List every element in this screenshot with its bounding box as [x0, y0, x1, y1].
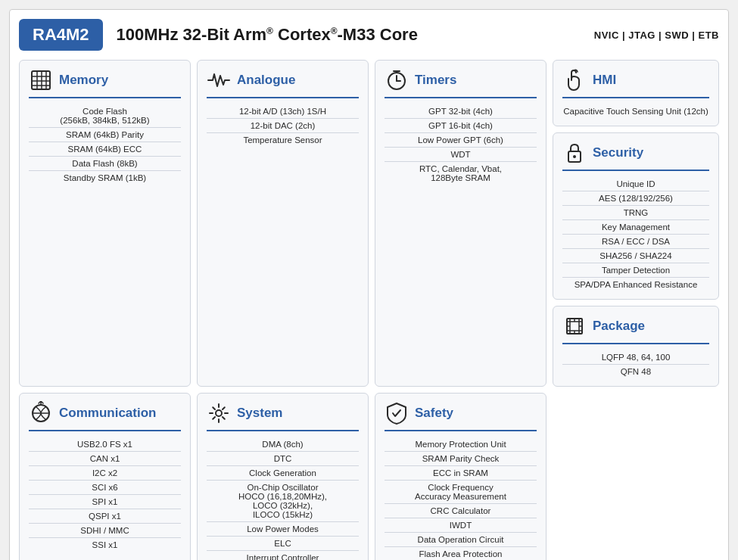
svg-rect-15 [570, 322, 579, 331]
list-item: WDT [385, 148, 537, 162]
list-item: RSA / ECC / DSA [562, 235, 709, 249]
hmi-icon [562, 68, 587, 92]
card-safety-items: Memory Protection Unit SRAM Parity Check… [385, 437, 537, 560]
safety-icon [385, 401, 409, 425]
list-item: DTC [207, 452, 359, 466]
list-item: On-Chip OscillatorHOCO (16,18,20MHz),LOC… [207, 481, 359, 522]
list-item: 12-bit DAC (2ch) [207, 119, 359, 133]
list-item: GPT 32-bit (4ch) [385, 104, 537, 119]
list-item: Tamper Detection [562, 263, 709, 278]
list-item: IWDT [385, 518, 537, 533]
card-timers: Timers GPT 32-bit (4ch) GPT 16-bit (4ch)… [375, 60, 546, 387]
card-hmi: HMI Capacitive Touch Sensing Unit (12ch) [553, 60, 719, 126]
list-item: Capacitive Touch Sensing Unit (12ch) [562, 104, 709, 118]
list-item: Interrupt Controller [207, 551, 359, 560]
list-item: Low Power GPT (6ch) [385, 133, 537, 148]
card-package-title: Package [593, 319, 645, 334]
list-item: DMA (8ch) [207, 437, 359, 452]
memory-icon [29, 68, 53, 92]
card-analogue-header: Analogue [207, 68, 359, 92]
card-safety: Safety Memory Protection Unit SRAM Parit… [375, 393, 546, 560]
card-memory-items: Code Flash(256kB, 384kB, 512kB) SRAM (64… [29, 104, 181, 185]
card-analogue-title: Analogue [237, 73, 295, 88]
card-hmi-header: HMI [562, 68, 709, 92]
list-item: Data Flash (8kB) [29, 157, 181, 171]
timers-icon [385, 68, 409, 92]
card-security-title: Security [593, 145, 643, 160]
list-item: SDHI / MMC [29, 524, 181, 538]
list-item: SCI x6 [29, 481, 181, 495]
analogue-icon [207, 68, 231, 92]
list-item: Data Operation Circuit [385, 533, 537, 547]
list-item: GPT 16-bit (4ch) [385, 119, 537, 133]
system-icon [207, 401, 231, 425]
main-grid: Memory Code Flash(256kB, 384kB, 512kB) S… [19, 60, 719, 560]
communication-icon [29, 401, 53, 425]
list-item: Flash Area Protection [385, 547, 537, 560]
card-communication: Communication USB2.0 FS x1 CAN x1 I2C x2… [19, 393, 191, 560]
right-stack: HMI Capacitive Touch Sensing Unit (12ch) [553, 60, 719, 387]
card-analogue-items: 12-bit A/D (13ch) 1S/H 12-bit DAC (2ch) … [207, 104, 359, 147]
card-package-items: LQFP 48, 64, 100 QFN 48 [562, 350, 709, 378]
list-item: SRAM Parity Check [385, 452, 537, 466]
package-icon [562, 314, 587, 338]
list-item: SPI x1 [29, 495, 181, 509]
list-item: Temperature Sensor [207, 133, 359, 147]
card-analogue: Analogue 12-bit A/D (13ch) 1S/H 12-bit D… [197, 60, 369, 387]
card-communication-items: USB2.0 FS x1 CAN x1 I2C x2 SCI x6 SPI x1… [29, 437, 181, 552]
card-safety-title: Safety [415, 406, 453, 421]
list-item: USB2.0 FS x1 [29, 437, 181, 452]
card-timers-title: Timers [415, 73, 456, 88]
card-memory-header: Memory [29, 68, 181, 92]
card-system-title: System [237, 406, 282, 421]
list-item: ECC in SRAM [385, 466, 537, 481]
header-tags: NVIC | JTAG | SWD | ETB [594, 30, 719, 41]
header-title: 100MHz 32-Bit Arm® Cortex®-M33 Core [117, 25, 594, 45]
list-item: Memory Protection Unit [385, 437, 537, 452]
list-item: RTC, Calendar, Vbat,128Byte SRAM [385, 162, 537, 185]
list-item: Low Power Modes [207, 522, 359, 537]
card-hmi-items: Capacitive Touch Sensing Unit (12ch) [562, 104, 709, 118]
card-security-items: Unique ID AES (128/192/256) TRNG Key Man… [562, 177, 709, 291]
list-item: SPA/DPA Enhanced Resistance [562, 278, 709, 291]
card-package: Package LQFP 48, 64, 100 QFN 48 [553, 306, 719, 387]
list-item: SRAM (64kB) Parity [29, 128, 181, 142]
list-item: LQFP 48, 64, 100 [562, 350, 709, 365]
list-item: Standby SRAM (1kB) [29, 171, 181, 185]
list-item: Unique ID [562, 177, 709, 191]
card-system: System DMA (8ch) DTC Clock Generation On… [197, 393, 369, 560]
card-security: Security Unique ID AES (128/192/256) TRN… [553, 132, 719, 300]
card-hmi-title: HMI [593, 73, 616, 88]
card-memory: Memory Code Flash(256kB, 384kB, 512kB) S… [19, 60, 191, 387]
list-item: CAN x1 [29, 452, 181, 466]
list-item: Clock Generation [207, 466, 359, 481]
list-item: Clock FrequencyAccuracy Measurement [385, 481, 537, 504]
list-item: TRNG [562, 206, 709, 220]
card-memory-title: Memory [59, 73, 108, 88]
list-item: Key Management [562, 220, 709, 235]
card-security-header: Security [562, 141, 709, 165]
list-item: QSPI x1 [29, 509, 181, 524]
list-item: AES (128/192/256) [562, 191, 709, 206]
list-item: I2C x2 [29, 466, 181, 481]
card-communication-title: Communication [59, 406, 156, 421]
card-timers-header: Timers [385, 68, 537, 92]
card-communication-header: Communication [29, 401, 181, 425]
chip-badge: RA4M2 [19, 19, 103, 51]
card-package-header: Package [562, 314, 709, 338]
list-item: SRAM (64kB) ECC [29, 142, 181, 157]
main-container: RA4M2 100MHz 32-Bit Arm® Cortex®-M33 Cor… [9, 9, 729, 560]
list-item: QFN 48 [562, 365, 709, 378]
list-item: 12-bit A/D (13ch) 1S/H [207, 104, 359, 119]
card-system-items: DMA (8ch) DTC Clock Generation On-Chip O… [207, 437, 359, 560]
list-item: SSI x1 [29, 538, 181, 552]
list-item: ELC [207, 537, 359, 551]
list-item: Code Flash(256kB, 384kB, 512kB) [29, 104, 181, 128]
svg-point-31 [216, 410, 222, 416]
header: RA4M2 100MHz 32-Bit Arm® Cortex®-M33 Cor… [19, 19, 719, 51]
card-safety-header: Safety [385, 401, 537, 425]
svg-point-13 [573, 155, 576, 158]
list-item: SHA256 / SHA224 [562, 249, 709, 263]
card-timers-items: GPT 32-bit (4ch) GPT 16-bit (4ch) Low Po… [385, 104, 537, 185]
security-icon [562, 141, 587, 165]
